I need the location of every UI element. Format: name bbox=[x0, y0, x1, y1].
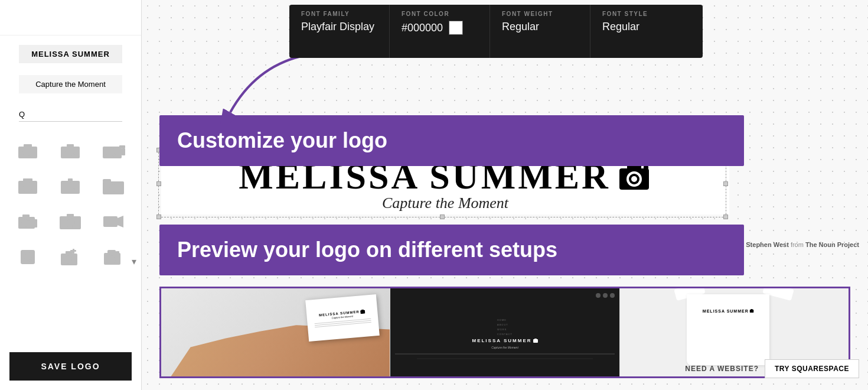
more-icons-button[interactable]: ▾ bbox=[132, 256, 136, 267]
icon-camera5[interactable] bbox=[52, 171, 89, 201]
svg-marker-37 bbox=[118, 216, 123, 228]
handle-bottom-left bbox=[156, 214, 161, 219]
svg-rect-34 bbox=[67, 214, 74, 217]
svg-rect-49 bbox=[107, 250, 116, 254]
mockup-website: HOME ABOUT WORK CONTACT MELISSA SUMMER C… bbox=[390, 288, 619, 376]
shirt-logo-text: MELISSA SUMMER bbox=[703, 309, 754, 313]
svg-rect-24 bbox=[74, 182, 77, 184]
icon-camera1[interactable] bbox=[9, 136, 46, 165]
customize-banner-text: Customize your logo bbox=[177, 128, 387, 152]
icon-camera-video[interactable] bbox=[95, 207, 132, 236]
icon-camera8[interactable] bbox=[52, 207, 89, 236]
svg-rect-10 bbox=[67, 144, 74, 148]
icon-camera-dslr[interactable]: ▾ bbox=[95, 242, 132, 272]
svg-rect-63 bbox=[751, 309, 753, 310]
bc-lines bbox=[315, 318, 371, 327]
shirt-logo-area: MELISSA SUMMER bbox=[703, 309, 754, 313]
tagline-button[interactable]: Capture the Moment bbox=[19, 75, 122, 93]
svg-point-55 bbox=[631, 176, 637, 182]
attr-source[interactable]: The Noun Project bbox=[805, 241, 859, 248]
svg-rect-57 bbox=[644, 166, 648, 170]
annotation-arrow bbox=[201, 47, 331, 124]
svg-point-9 bbox=[68, 151, 72, 154]
svg-rect-14 bbox=[119, 145, 125, 148]
svg-rect-42 bbox=[61, 254, 77, 265]
attr-from: from bbox=[791, 241, 804, 248]
svg-rect-35 bbox=[75, 217, 79, 220]
icon-camera4[interactable] bbox=[9, 171, 46, 201]
web-tagline: Capture the Moment bbox=[491, 346, 518, 349]
web-bar-1 bbox=[395, 353, 614, 355]
icon-camera2[interactable] bbox=[52, 136, 89, 165]
font-toolbar: FONT FAMILY Playfair Display FONT COLOR … bbox=[289, 5, 703, 58]
icon-camera3[interactable] bbox=[95, 136, 132, 165]
web-mockup-bg: HOME ABOUT WORK CONTACT MELISSA SUMMER C… bbox=[390, 288, 619, 376]
svg-rect-26 bbox=[103, 179, 111, 183]
mockup-business-card: MELISSA SUMMER Capture the Moment bbox=[161, 288, 390, 376]
svg-rect-15 bbox=[122, 148, 125, 155]
font-style-label: FONT STYLE bbox=[602, 11, 679, 17]
font-color-value: #000000 bbox=[402, 22, 443, 34]
svg-rect-23 bbox=[68, 178, 73, 182]
main-canvas[interactable]: Customize your logo MELISSA SUMMER Captu… bbox=[142, 0, 868, 390]
font-color-label: FONT COLOR bbox=[402, 11, 478, 17]
svg-point-40 bbox=[26, 255, 30, 259]
handle-bottom-right bbox=[723, 214, 728, 219]
web-dots bbox=[395, 293, 614, 298]
svg-rect-28 bbox=[18, 217, 35, 229]
font-color-section[interactable]: FONT COLOR #000000 bbox=[390, 5, 490, 58]
icon-flash-camera[interactable] bbox=[52, 242, 89, 272]
color-swatch[interactable] bbox=[449, 21, 463, 35]
svg-rect-61 bbox=[534, 339, 537, 340]
web-bar-2 bbox=[417, 358, 592, 359]
svg-rect-30 bbox=[22, 214, 30, 218]
save-logo-button[interactable]: SAVE LOGO bbox=[9, 352, 132, 381]
font-weight-section[interactable]: FONT WEIGHT Regular bbox=[490, 5, 590, 58]
icon-search-input[interactable] bbox=[19, 108, 122, 122]
sidebar: MELISSA SUMMER Capture the Moment bbox=[0, 0, 142, 390]
font-style-value: Regular bbox=[602, 21, 679, 33]
attr-author[interactable]: Stephen West bbox=[746, 241, 789, 248]
svg-rect-46 bbox=[70, 250, 76, 252]
handle-bottom-mid bbox=[440, 214, 445, 219]
need-website-text: NEED A WEBSITE? bbox=[685, 365, 759, 373]
svg-rect-50 bbox=[116, 251, 119, 254]
icon-grid: ▾ bbox=[0, 129, 141, 352]
font-color-row: #000000 bbox=[402, 21, 478, 35]
web-content: HOME ABOUT WORK CONTACT MELISSA SUMMER C… bbox=[395, 303, 614, 372]
web-dot-2 bbox=[603, 293, 608, 298]
svg-rect-20 bbox=[19, 181, 23, 183]
customize-banner: Customize your logo bbox=[159, 115, 744, 166]
web-nav-work: WORK bbox=[497, 328, 507, 331]
font-family-label: FONT FAMILY bbox=[301, 11, 377, 17]
bc-mockup-bg: MELISSA SUMMER Capture the Moment bbox=[161, 288, 390, 376]
brand-name-button[interactable]: MELISSA SUMMER bbox=[19, 45, 122, 63]
shirt-body: MELISSA SUMMER bbox=[687, 294, 769, 365]
web-nav: HOME ABOUT WORK CONTACT bbox=[497, 318, 513, 336]
svg-rect-6 bbox=[24, 144, 32, 148]
try-squarespace-button[interactable]: TRY SQUARESPACE bbox=[765, 359, 859, 378]
font-weight-value: Regular bbox=[502, 21, 578, 33]
preview-banner-text: Preview your logo on different setups bbox=[177, 238, 557, 262]
web-dot-3 bbox=[610, 293, 615, 298]
font-style-section[interactable]: FONT STYLE Regular bbox=[590, 5, 691, 58]
handle-mid-left bbox=[156, 181, 161, 186]
svg-rect-25 bbox=[103, 181, 124, 194]
icon-speaker[interactable] bbox=[9, 242, 46, 272]
font-weight-label: FONT WEIGHT bbox=[502, 11, 578, 17]
logo-tagline-text: Capture the Moment bbox=[382, 194, 508, 212]
svg-rect-11 bbox=[75, 148, 77, 150]
svg-rect-31 bbox=[32, 219, 37, 228]
font-family-section[interactable]: FONT FAMILY Playfair Display bbox=[289, 5, 390, 58]
web-nav-contact: CONTACT bbox=[497, 333, 513, 336]
web-nav-about: ABOUT bbox=[497, 323, 508, 326]
need-website-cta: NEED A WEBSITE? TRY SQUARESPACE bbox=[685, 359, 859, 378]
font-family-value: Playfair Display bbox=[301, 21, 377, 33]
svg-point-18 bbox=[26, 186, 30, 189]
web-nav-home: HOME bbox=[497, 318, 507, 321]
bc-card: MELISSA SUMMER Capture the Moment bbox=[306, 294, 380, 342]
svg-rect-36 bbox=[103, 216, 118, 227]
icon-camera7[interactable] bbox=[9, 207, 46, 236]
icon-folder-camera[interactable] bbox=[95, 171, 132, 201]
svg-point-41 bbox=[22, 251, 24, 254]
